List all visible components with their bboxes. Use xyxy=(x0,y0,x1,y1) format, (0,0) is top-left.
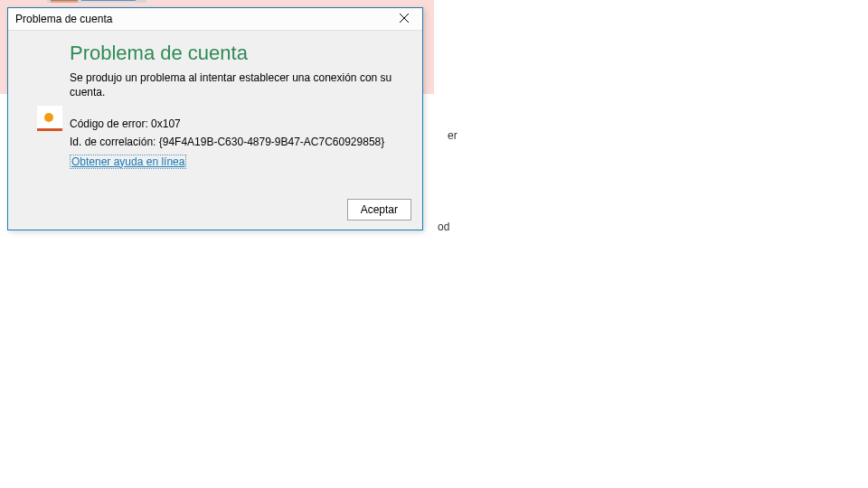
background-tab-fragment xyxy=(51,0,78,3)
accept-button[interactable]: Aceptar xyxy=(347,199,411,221)
app-powerpoint-icon xyxy=(37,106,62,131)
error-code-label: Código de error: xyxy=(70,117,148,130)
correlation-id-label: Id. de correlación: xyxy=(70,136,156,148)
dialog-title: Problema de cuenta xyxy=(15,13,112,25)
error-code-value: 0x107 xyxy=(151,117,181,130)
dialog-body: Problema de cuenta Se produjo un problem… xyxy=(8,31,422,180)
dialog-titlebar[interactable]: Problema de cuenta xyxy=(8,8,422,31)
background-text-fragment: od xyxy=(438,221,449,233)
dialog-heading: Problema de cuenta xyxy=(70,42,406,65)
background-tab-fragment xyxy=(81,0,136,3)
correlation-id-value: {94F4A19B-C630-4879-9B47-AC7C60929858} xyxy=(159,136,385,148)
dialog-footer: Aceptar xyxy=(347,199,411,221)
close-button[interactable] xyxy=(386,8,422,31)
correlation-id-line: Id. de correlación: {94F4A19B-C630-4879-… xyxy=(70,134,406,151)
dialog-message: Se produjo un problema al intentar estab… xyxy=(70,70,395,99)
close-icon xyxy=(400,13,409,25)
help-online-link[interactable]: Obtener ayuda en línea xyxy=(70,155,186,169)
error-code-line: Código de error: 0x107 xyxy=(70,116,406,133)
account-problem-dialog: Problema de cuenta Problema de cuenta Se… xyxy=(7,7,423,230)
background-text-fragment: er xyxy=(448,129,458,142)
